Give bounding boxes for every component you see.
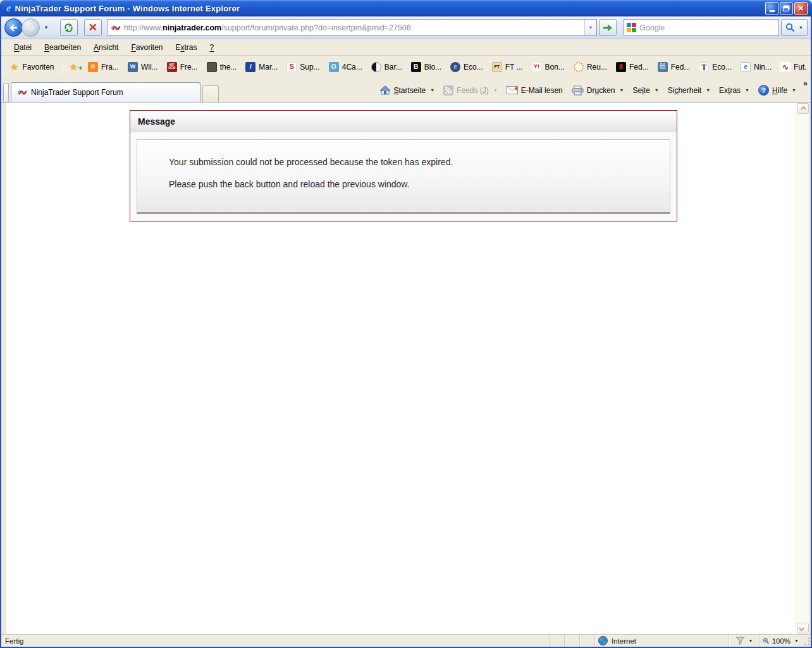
menu-hilfe[interactable]: ? [204, 40, 221, 54]
tools-label: Extras [719, 86, 741, 95]
menu-favoriten[interactable]: Favoriten [125, 40, 169, 54]
favorites-bar-item-label: Fre... [180, 63, 198, 72]
inprivate-filter-cell[interactable]: ▼ [729, 635, 759, 647]
menu-ansicht[interactable]: Ansicht [87, 40, 125, 54]
security-dropdown[interactable]: ▼ [706, 88, 710, 92]
favorites-bar: ★ Favoriten ★ ➔ BFra...WWil...MIT OCWFre… [1, 56, 811, 78]
ie-logo-icon: e [6, 2, 11, 15]
security-zone-cell: Internet [594, 635, 729, 647]
scroll-up-button[interactable] [797, 103, 809, 114]
toolbar-overflow-chevron[interactable]: » [803, 79, 808, 88]
restore-button[interactable] [780, 2, 793, 15]
favorites-bar-item[interactable]: Reu... [569, 59, 612, 75]
message-inner-box: Your submission could not be processed b… [137, 139, 670, 214]
status-text: Fertig [5, 637, 534, 645]
favorites-bar-item[interactable]: /Mar... [241, 59, 282, 75]
favorites-bar-item[interactable]: FTFT ... [488, 59, 527, 75]
feeds-label: Feeds (J) [457, 86, 489, 95]
url-text: http://www.ninjatrader.com/support/forum… [124, 23, 584, 32]
security-button[interactable]: Sicherheit ▼ [663, 83, 715, 98]
tools-dropdown[interactable]: ▼ [745, 88, 749, 92]
favorites-bar-item[interactable]: ∿Fut... [776, 59, 808, 75]
favorites-bar-item-label: Fed... [671, 63, 691, 72]
ninjatrader-favicon [17, 87, 27, 97]
feeds-button[interactable]: Feeds (J) ▼ [439, 82, 502, 99]
favorites-bar-item[interactable]: BFra... [83, 59, 123, 75]
cleveland-fed-icon: CLE FED [658, 62, 668, 72]
dark-photo-icon [207, 62, 217, 72]
message-line: Please push the back button and reload t… [169, 179, 657, 189]
favorites-bar-item-label: Bar... [384, 63, 402, 72]
tools-button[interactable]: Extras ▼ [715, 83, 754, 98]
scroll-down-button[interactable] [797, 623, 809, 633]
filter-dropdown[interactable]: ▼ [749, 639, 753, 643]
go-button[interactable] [599, 19, 617, 36]
feeds-dropdown[interactable]: ▼ [493, 88, 498, 92]
favorites-bar-item[interactable]: Y!Bon... [527, 59, 569, 75]
quick-tabs-button[interactable] [3, 83, 9, 102]
favorites-bar-item[interactable]: SSup... [282, 59, 324, 75]
favorites-bar-item[interactable]: O4Ca... [324, 59, 367, 75]
add-to-favorites-bar-button[interactable]: ★ ➔ [65, 59, 83, 75]
favorites-bar-item-label: Mar... [259, 63, 278, 72]
favorites-bar-item[interactable]: WWil... [123, 59, 163, 75]
favorites-bar-item[interactable]: BBlo... [407, 59, 446, 75]
zoom-icon [763, 637, 770, 645]
ninjatrader-favicon [111, 23, 121, 33]
address-bar[interactable]: http://www.ninjatrader.com/support/forum… [107, 19, 597, 36]
forward-button[interactable] [22, 18, 40, 37]
favorites-bar-item[interactable]: TEco... [694, 59, 736, 75]
history-dropdown[interactable]: ▼ [42, 25, 51, 30]
search-input[interactable] [639, 23, 776, 32]
search-options-dropdown[interactable]: ▼ [799, 25, 803, 30]
favorites-bar-item[interactable]: 8Fed... [612, 59, 653, 75]
menu-bearbeiten[interactable]: Bearbeiten [38, 40, 87, 54]
favorites-bar-item-label: Sup... [300, 63, 319, 72]
resize-grip[interactable] [802, 635, 811, 647]
favorites-bar-item[interactable]: MIT OCWFre... [163, 59, 202, 75]
close-button[interactable]: × [794, 2, 808, 15]
address-dropdown-button[interactable]: ▼ [584, 20, 596, 35]
new-tab-button[interactable] [202, 85, 219, 102]
favorites-button[interactable]: ★ Favoriten [4, 59, 59, 74]
refresh-button[interactable] [60, 19, 78, 36]
search-button[interactable]: ▼ [781, 19, 808, 36]
ft-icon: FT [492, 62, 502, 72]
minimize-button[interactable] [765, 2, 778, 15]
menu-extras[interactable]: Extras [169, 40, 204, 54]
zoom-dropdown[interactable]: ▼ [794, 639, 799, 643]
menu-bar: Datei Bearbeiten Ansicht Favoriten Extra… [1, 39, 811, 56]
print-button[interactable]: Drucken ▼ [567, 82, 629, 99]
message-panel-body: Your submission could not be processed b… [130, 132, 677, 221]
vertical-scrollbar[interactable] [796, 103, 809, 634]
url-domain: ninjatrader.com [163, 23, 221, 32]
stop-button[interactable]: ✕ [84, 19, 102, 36]
home-button[interactable]: Startseite ▼ [375, 82, 440, 98]
page-button[interactable]: Seite ▼ [628, 83, 663, 98]
favorites-bar-item[interactable]: Bar... [367, 59, 407, 75]
message-panel: Message Your submission could not be pro… [130, 110, 677, 221]
favorites-bar-item-label: Wil... [141, 63, 158, 72]
favorites-bar-item[interactable]: eEco... [446, 59, 488, 75]
home-dropdown[interactable]: ▼ [430, 88, 434, 92]
favorites-bar-item[interactable]: eNin... [736, 59, 776, 75]
tab-ninjatrader-support-forum[interactable]: NinjaTrader Support Forum [11, 82, 200, 102]
read-mail-button[interactable]: E-Mail lesen [502, 83, 567, 98]
favorites-bar-item-label: Fut... [794, 63, 808, 72]
add-favorite-star-icon: ★ [69, 61, 77, 72]
favorites-bar-item[interactable]: the... [202, 59, 242, 75]
favorites-bar-item[interactable]: CLE FEDFed... [653, 59, 695, 75]
google-icon [627, 23, 636, 32]
help-button[interactable]: ? Hilfe ▼ [754, 82, 801, 99]
help-icon: ? [758, 85, 769, 96]
reuters-icon [574, 62, 584, 72]
back-button[interactable] [4, 18, 23, 37]
status-bar: Fertig Internet ▼ 100% ▼ [1, 634, 811, 647]
browser-window: e NinjaTrader Support Forum - Windows In… [0, 0, 812, 648]
page-dropdown[interactable]: ▼ [655, 88, 659, 92]
zoom-control[interactable]: 100% ▼ [759, 635, 802, 647]
menu-datei[interactable]: Datei [8, 40, 38, 54]
print-label: Drucken [587, 86, 615, 95]
help-dropdown[interactable]: ▼ [792, 88, 796, 92]
print-dropdown[interactable]: ▼ [620, 88, 624, 92]
